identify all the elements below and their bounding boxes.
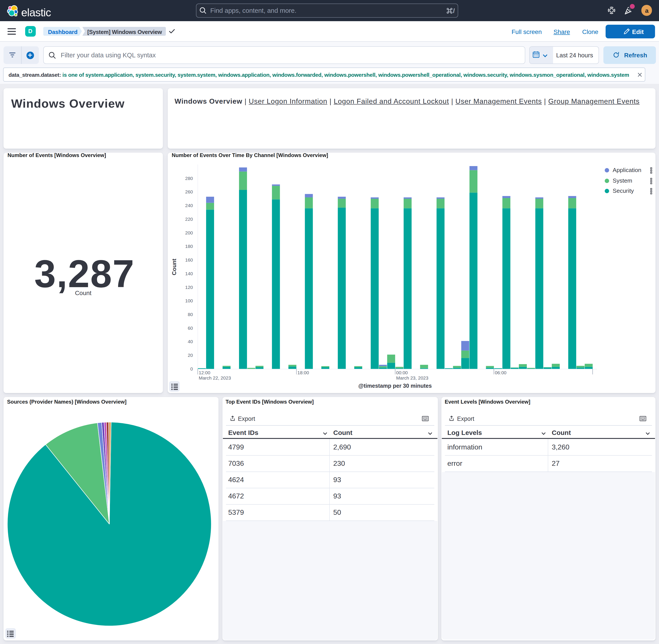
svg-text:20: 20 [188, 353, 193, 358]
svg-text:120: 120 [185, 285, 193, 290]
svg-text:240: 240 [185, 203, 193, 208]
svg-text:March 23, 2023: March 23, 2023 [396, 375, 429, 381]
svg-text:220: 220 [185, 216, 193, 222]
svg-text:160: 160 [185, 257, 193, 262]
svg-text:40: 40 [188, 339, 193, 344]
svg-text:140: 140 [185, 271, 193, 276]
svg-text:60: 60 [188, 325, 193, 330]
svg-text:06:00: 06:00 [495, 370, 506, 375]
svg-text:200: 200 [185, 230, 193, 235]
svg-text:260: 260 [185, 189, 193, 194]
svg-text:18:00: 18:00 [298, 370, 309, 375]
svg-text:12:00: 12:00 [199, 370, 210, 375]
svg-text:180: 180 [185, 244, 193, 249]
svg-text:100: 100 [185, 298, 193, 303]
svg-text:280: 280 [185, 176, 193, 181]
svg-text:00:00: 00:00 [396, 370, 408, 375]
svg-text:March 22, 2023: March 22, 2023 [199, 375, 231, 381]
svg-text:80: 80 [188, 312, 193, 317]
svg-text:0: 0 [190, 366, 193, 371]
